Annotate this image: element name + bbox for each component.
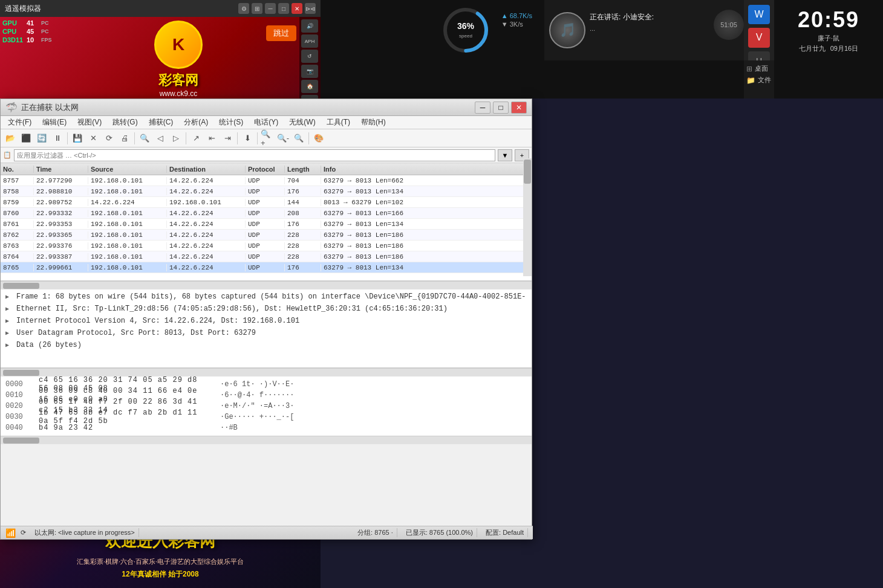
packet-row[interactable]: 8763 22.993376 192.168.0.101 14.22.6.224…	[1, 241, 532, 251]
menu-go[interactable]: 跳转(G)	[108, 116, 142, 129]
tb-zoom-reset-btn[interactable]: 🔍	[292, 131, 306, 146]
pr-time: 22.993353	[34, 221, 88, 228]
menu-file[interactable]: 文件(F)	[3, 116, 36, 129]
app-icon-w[interactable]: W	[748, 5, 770, 24]
detail-row[interactable]: ▶ Internet Protocol Version 4, Src: 14.2…	[3, 315, 529, 327]
details-hscrollbar[interactable]	[1, 368, 532, 376]
col-header-source[interactable]: Source	[88, 166, 167, 173]
hex-hscroll-thumb[interactable]	[3, 438, 39, 444]
media-player: 🎵 正在讲话: 小迪安全: ... 51:05	[544, 0, 750, 60]
col-header-time[interactable]: Time	[34, 166, 88, 173]
packet-row[interactable]: 8760 22.993332 192.168.0.101 14.22.6.224…	[1, 208, 532, 219]
emulator-expand-icon[interactable]: ⊳⊲	[305, 3, 316, 14]
hex-offset: 0020	[5, 402, 27, 410]
filter-dropdown-btn[interactable]: ▼	[498, 149, 512, 161]
tb-prev-btn[interactable]: ◁	[153, 131, 168, 146]
tb-coloring-btn[interactable]: 🎨	[311, 131, 326, 146]
menu-wireless[interactable]: 无线(W)	[284, 116, 320, 129]
packet-row[interactable]: 8764 22.993387 192.168.0.101 14.22.6.224…	[1, 251, 532, 262]
col-header-protocol[interactable]: Protocol	[246, 166, 285, 173]
pr-info: 63279 → 8013 Len=186	[321, 242, 532, 250]
hscroll-thumb[interactable]	[3, 283, 39, 289]
packet-row[interactable]: 8758 22.988810 192.168.0.101 14.22.6.224…	[1, 186, 532, 197]
pr-no: 8759	[1, 199, 34, 206]
tb-open-btn[interactable]: 📂	[3, 131, 18, 146]
packet-row[interactable]: 8762 22.993365 192.168.0.101 14.22.6.224…	[1, 230, 532, 241]
app-icon-v[interactable]: V	[748, 28, 770, 47]
tb-next-btn[interactable]: ▷	[169, 131, 183, 146]
pr-src: 192.168.0.101	[88, 253, 167, 260]
menu-capture[interactable]: 捕获(C)	[144, 116, 178, 129]
detail-expand-arrow[interactable]: ▶	[5, 293, 13, 300]
media-avatar: 🎵	[549, 12, 585, 48]
tb-close-capture-btn[interactable]: ✕	[86, 131, 100, 146]
wireshark-minimize-btn[interactable]: ─	[475, 102, 490, 114]
menu-view[interactable]: 视图(V)	[73, 116, 106, 129]
wireshark-filterbar: 📋 ▼ +	[1, 147, 532, 163]
tb-stop-btn[interactable]: ⬛	[19, 131, 33, 146]
tb-save-btn[interactable]: 💾	[70, 131, 85, 146]
tb-reload-btn[interactable]: ⟳	[102, 131, 116, 146]
tb-restart-btn[interactable]: 🔄	[34, 131, 49, 146]
menu-edit[interactable]: 编辑(E)	[37, 116, 71, 129]
tb-sep-3	[186, 132, 186, 144]
emulator-apps-icon[interactable]: ⊞	[252, 3, 262, 14]
col-header-no[interactable]: No.	[1, 166, 34, 173]
tb-go-to-btn[interactable]: ↗	[189, 131, 203, 146]
emulator-close-icon[interactable]: ✕	[292, 3, 302, 14]
menu-phone[interactable]: 电话(Y)	[249, 116, 283, 129]
menu-analyze[interactable]: 分析(A)	[179, 116, 213, 129]
col-header-dest[interactable]: Destination	[167, 166, 246, 173]
col-header-length[interactable]: Length	[285, 166, 321, 173]
tb-first-btn[interactable]: ⇤	[204, 131, 219, 146]
detail-row[interactable]: ▶ User Datagram Protocol, Src Port: 8013…	[3, 327, 529, 339]
emulator-minimize-icon[interactable]: ─	[265, 3, 276, 14]
tb-zoom-out-btn[interactable]: 🔍-	[276, 131, 290, 146]
packet-row[interactable]: 8765 22.999661 192.168.0.101 14.22.6.224…	[1, 262, 532, 273]
detail-expand-arrow[interactable]: ▶	[5, 341, 13, 349]
detail-expand-arrow[interactable]: ▶	[5, 329, 13, 337]
wireshark-window-controls[interactable]: ─ □ ✕	[475, 102, 527, 114]
packet-list-hscrollbar[interactable]	[1, 281, 532, 289]
emulator-controls[interactable]: ⚙ ⊞ ─ □ ✕ ⊳⊲	[238, 3, 316, 14]
tb-pause-btn[interactable]: ⏸	[50, 131, 65, 146]
files-toggle[interactable]: 📁 文件	[746, 76, 772, 85]
detail-row[interactable]: ▶ Data (26 bytes)	[3, 339, 529, 351]
hex-hscrollbar[interactable]	[1, 436, 532, 444]
wireshark-close-btn[interactable]: ✕	[511, 102, 527, 114]
detail-text: Data (26 bytes)	[16, 341, 82, 349]
tb-search-btn[interactable]: 🔍	[137, 131, 152, 146]
tb-auto-scroll-btn[interactable]: ⬇	[240, 131, 255, 146]
emulator-settings-icon[interactable]: ⚙	[238, 3, 249, 14]
pr-src: 192.168.0.101	[88, 242, 167, 250]
menu-statistics[interactable]: 统计(S)	[214, 116, 248, 129]
display-filter-input[interactable]	[14, 149, 495, 161]
col-header-info[interactable]: Info	[321, 166, 532, 173]
emulator-maximize-icon[interactable]: □	[278, 3, 289, 14]
pr-info: 8013 → 63279 Len=102	[321, 199, 532, 206]
pr-info: 63279 → 8013 Len=166	[321, 210, 532, 217]
detail-row[interactable]: ▶ Ethernet II, Src: Tp-LinkT_29:d8:56 (7…	[3, 303, 529, 315]
vscroll-thumb[interactable]	[524, 160, 531, 184]
pr-len: 208	[285, 210, 321, 217]
pr-src: 192.168.0.101	[88, 264, 167, 271]
packet-list-vscrollbar[interactable]	[523, 158, 532, 276]
menu-tools[interactable]: 工具(T)	[322, 116, 355, 129]
detail-expand-arrow[interactable]: ▶	[5, 305, 13, 312]
tb-last-btn[interactable]: ⇥	[220, 131, 235, 146]
wireshark-maximize-btn[interactable]: □	[493, 102, 509, 114]
packet-row[interactable]: 8757 22.977290 192.168.0.101 14.22.6.224…	[1, 175, 532, 186]
detail-row[interactable]: ▶ Frame 1: 68 bytes on wire (544 bits), …	[3, 291, 529, 303]
statusbar-packets-count: 分组: 8765 ·	[354, 528, 397, 537]
packet-row[interactable]: 8759 22.989752 14.22.6.224 192.168.0.101…	[1, 197, 532, 208]
desktop-toggle[interactable]: ⊞ 桌面	[746, 64, 772, 73]
detail-expand-arrow[interactable]: ▶	[5, 317, 13, 325]
details-hscroll-thumb[interactable]	[3, 370, 39, 376]
packet-row[interactable]: 8761 22.993353 192.168.0.101 14.22.6.224…	[1, 219, 532, 230]
cpu-label: CPU	[2, 28, 24, 35]
tb-sep-4	[237, 132, 238, 144]
media-time: 51:05	[714, 10, 744, 40]
tb-zoom-in-btn[interactable]: 🔍+	[260, 131, 275, 146]
menu-help[interactable]: 帮助(H)	[356, 116, 391, 129]
tb-print-btn[interactable]: 🖨	[117, 131, 132, 146]
